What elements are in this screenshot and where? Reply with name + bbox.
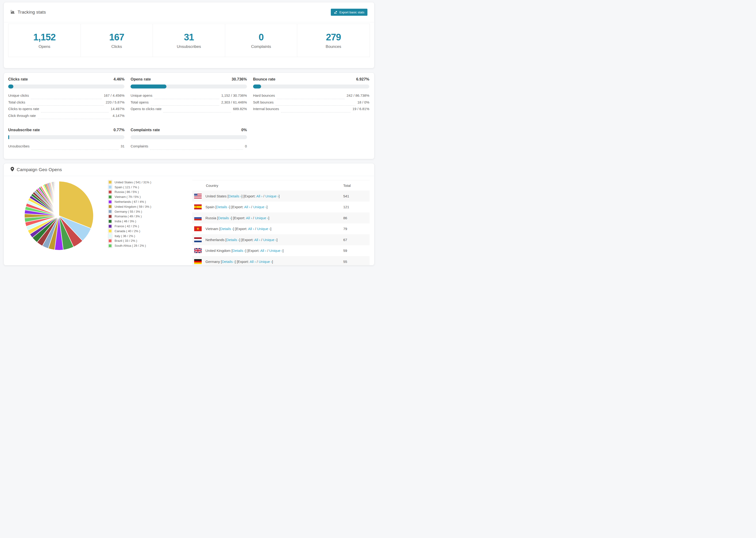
dotted-leader (150, 105, 219, 106)
export-basic-stats-button[interactable]: Export basic stats (331, 9, 367, 16)
rate-stat-row: Hard bounces242 / 86.738% (253, 93, 369, 100)
rate-stat-row: Internal bounces19 / 6.81% (253, 107, 369, 114)
stat-value: 31 (184, 32, 194, 42)
stat-label: Bounces (326, 44, 341, 49)
export-all-link[interactable]: All › (254, 238, 260, 242)
details-link[interactable]: Details › (220, 227, 233, 231)
export-unique-link[interactable]: Unique › (263, 238, 277, 242)
nl-flag-icon (194, 237, 202, 242)
progress-bar (8, 135, 125, 139)
country-cell: Germany [Details ›] [Export: All › / Uni… (192, 259, 343, 264)
export-all-link[interactable]: All › (244, 205, 250, 209)
total-cell: 55 (343, 260, 369, 264)
rate-row-label: Total clicks (8, 100, 26, 104)
legend-item-spain: Spain ( 121 / 7% ) (108, 185, 192, 190)
geo-opens-pie-chart (24, 180, 94, 251)
rate-rows: Hard bounces242 / 86.738%Soft bounces18 … (253, 93, 369, 114)
export-all-link[interactable]: All › (246, 216, 252, 220)
country-links: United States [Details ›] [Export: All ›… (205, 194, 280, 198)
table-row-ru: Russia [Details ›] [Export: All › / Uniq… (192, 212, 369, 224)
rate-title: Bounce rate (253, 77, 275, 81)
legend-label: Russia ( 86 / 5% ) (115, 190, 139, 194)
rate-value: 0.77% (114, 128, 125, 132)
progress-bar (131, 135, 247, 139)
legend-swatch (108, 195, 112, 199)
stat-value: 1,152 (33, 32, 56, 42)
country-cell: Vietnam [Details ›] [Export: All › / Uni… (192, 226, 343, 231)
country-links: Vietnam [Details ›] [Export: All › / Uni… (205, 227, 271, 231)
tracking-stats-header: Tracking stats Export basic stats (4, 2, 374, 22)
details-link[interactable]: Details › (218, 216, 231, 220)
stat-label: Clicks (111, 44, 122, 49)
country-cell: Spain [Details ›] [Export: All › / Uniqu… (192, 204, 343, 209)
export-unique-link[interactable]: Unique › (255, 216, 268, 220)
rate-row-label: Unique clicks (8, 93, 29, 97)
dotted-leader (31, 149, 119, 150)
total-cell: 121 (343, 205, 369, 209)
rate-stat-row: Soft bounces18 / 0% (253, 100, 369, 107)
table-row-es: Spain [Details ›] [Export: All › / Uniqu… (192, 202, 369, 213)
rate-row-value: 1,152 / 30.736% (221, 93, 247, 97)
export-button-label: Export basic stats (339, 11, 364, 14)
stat-cell-bounces: 279Bounces (297, 24, 369, 57)
map-pin-icon (11, 167, 14, 172)
country-cell: Netherlands [Details ›] [Export: All › /… (192, 237, 343, 242)
rate-row-value: 167 / 4.456% (104, 93, 125, 97)
summary-stats-row: 1,152Opens167Clicks31Unsubscribes0Compla… (8, 24, 370, 57)
export-unique-link[interactable]: Unique › (259, 260, 272, 264)
details-link[interactable]: Details › (233, 248, 245, 252)
country-name: United States (205, 194, 228, 198)
rate-panel-complaints-rate: Complaints rate0%Complaints0 (131, 128, 247, 151)
geo-pie-legend: United States ( 541 / 31% )Spain ( 121 /… (108, 178, 192, 265)
export-unique-link[interactable]: Unique › (269, 248, 283, 252)
total-cell: 79 (343, 227, 369, 231)
details-link[interactable]: Details › (229, 194, 242, 198)
export-all-link[interactable]: All › (256, 194, 262, 198)
rate-row-value: 220 / 5.87% (106, 100, 125, 104)
stat-cell-unsubscribes: 31Unsubscribes (153, 24, 225, 57)
rate-row-label: Unique opens (131, 93, 152, 97)
rate-head: Bounce rate6.927% (253, 77, 369, 81)
details-link[interactable]: Details › (216, 205, 229, 209)
rate-stat-row: Opens to clicks rate689.82% (131, 107, 247, 114)
stat-label: Unsubscribes (177, 44, 201, 49)
rate-row-value: 4.147% (112, 114, 125, 118)
legend-item-netherlands: Netherlands ( 67 / 4% ) (108, 199, 192, 204)
stat-label: Complaints (251, 44, 271, 49)
country-name: Netherlands (205, 238, 225, 242)
stat-value: 279 (326, 32, 341, 42)
rate-stat-row: Complaints0 (131, 144, 247, 151)
rate-stat-row: Click through rate4.147% (8, 114, 125, 120)
export-unique-link[interactable]: Unique › (257, 227, 270, 231)
legend-label: Spain ( 121 / 7% ) (115, 186, 139, 189)
legend-item-india: India ( 46 / 3% ) (108, 219, 192, 224)
country-name: Germany (205, 260, 221, 264)
details-link[interactable]: Details › (222, 260, 235, 264)
details-link[interactable]: Details › (226, 238, 239, 242)
rate-panel-unsubscribe-rate: Unsubscribe rate0.77%Unsubscribes31 (8, 128, 125, 151)
de-flag-icon (194, 259, 202, 264)
export-unique-link[interactable]: Unique › (253, 205, 266, 209)
country-column-header: Country (192, 184, 343, 188)
ru-flag-icon (194, 215, 202, 220)
legend-item-vietnam: Vietnam ( 79 / 5% ) (108, 194, 192, 199)
rates-grid: Clicks rate4.46%Unique clicks167 / 4.456… (4, 73, 374, 151)
progress-fill (8, 84, 13, 88)
campaign-overview-page: { "tracking": { "title": "Tracking stats… (0, 0, 378, 269)
rate-row-value: 14.497% (111, 107, 125, 111)
rate-head: Complaints rate0% (131, 128, 247, 132)
progress-fill (131, 84, 166, 88)
table-row-us: United States [Details ›] [Export: All ›… (192, 190, 369, 202)
export-all-link[interactable]: All › (249, 260, 256, 264)
rate-stat-row: Total clicks220 / 5.87% (8, 100, 125, 107)
rate-row-label: Soft bounces (253, 100, 274, 104)
rate-row-label: Unsubscribes (8, 144, 29, 148)
campaign-geo-opens-card: Campaign Geo Opens United States ( 541 /… (4, 163, 374, 265)
export-unique-link[interactable]: Unique › (265, 194, 279, 198)
country-name: Spain (205, 205, 216, 209)
rate-rows: Unsubscribes31 (8, 144, 125, 151)
export-all-link[interactable]: All › (260, 248, 266, 252)
table-row-de: Germany [Details ›] [Export: All › / Uni… (192, 256, 369, 265)
rate-row-label: Clicks to opens rate (8, 107, 39, 111)
export-all-link[interactable]: All › (248, 227, 254, 231)
